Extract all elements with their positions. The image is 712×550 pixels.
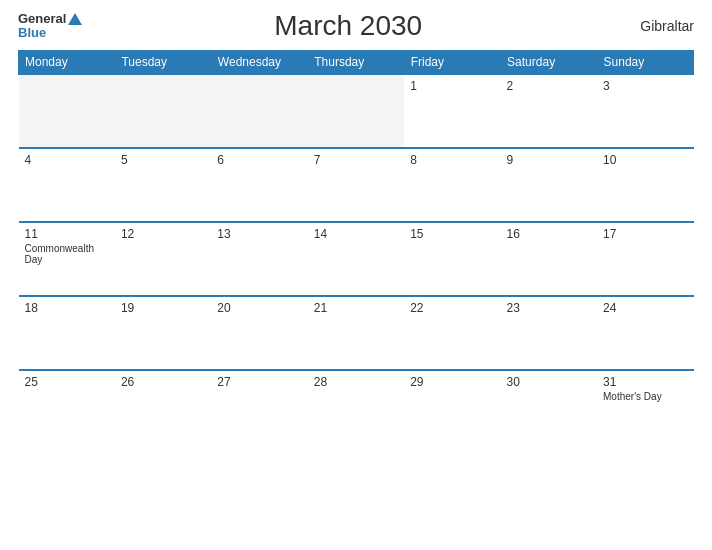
days-of-week-row: Monday Tuesday Wednesday Thursday Friday… xyxy=(19,51,694,75)
day-cell: 25 xyxy=(19,370,115,444)
day-number: 6 xyxy=(217,153,301,167)
day-number: 21 xyxy=(314,301,398,315)
day-cell: 13 xyxy=(211,222,307,296)
header: General Blue March 2030 Gibraltar xyxy=(18,10,694,42)
day-cell: 29 xyxy=(404,370,500,444)
day-number: 26 xyxy=(121,375,205,389)
day-number: 28 xyxy=(314,375,398,389)
day-number: 27 xyxy=(217,375,301,389)
week-row-2: 45678910 xyxy=(19,148,694,222)
col-friday: Friday xyxy=(404,51,500,75)
week-row-4: 18192021222324 xyxy=(19,296,694,370)
day-cell: 4 xyxy=(19,148,115,222)
logo-general-text: General xyxy=(18,12,66,26)
calendar-table: Monday Tuesday Wednesday Thursday Friday… xyxy=(18,50,694,444)
day-cell: 14 xyxy=(308,222,404,296)
day-cell: 17 xyxy=(597,222,693,296)
day-number: 10 xyxy=(603,153,687,167)
week-row-5: 25262728293031Mother's Day xyxy=(19,370,694,444)
day-number: 16 xyxy=(507,227,591,241)
calendar-page: General Blue March 2030 Gibraltar Monday… xyxy=(0,0,712,550)
day-cell: 19 xyxy=(115,296,211,370)
day-number: 31 xyxy=(603,375,687,389)
col-sunday: Sunday xyxy=(597,51,693,75)
day-cell xyxy=(115,74,211,148)
day-event: Commonwealth Day xyxy=(25,243,109,265)
col-thursday: Thursday xyxy=(308,51,404,75)
day-number: 7 xyxy=(314,153,398,167)
day-cell xyxy=(19,74,115,148)
day-cell: 16 xyxy=(501,222,597,296)
day-number: 29 xyxy=(410,375,494,389)
day-number: 17 xyxy=(603,227,687,241)
day-cell: 12 xyxy=(115,222,211,296)
day-number: 15 xyxy=(410,227,494,241)
day-number: 20 xyxy=(217,301,301,315)
calendar-header: Monday Tuesday Wednesday Thursday Friday… xyxy=(19,51,694,75)
calendar-body: 1234567891011Commonwealth Day12131415161… xyxy=(19,74,694,444)
day-number: 8 xyxy=(410,153,494,167)
day-cell xyxy=(211,74,307,148)
week-row-1: 123 xyxy=(19,74,694,148)
logo-blue-text: Blue xyxy=(18,26,82,40)
day-number: 11 xyxy=(25,227,109,241)
day-cell: 27 xyxy=(211,370,307,444)
day-number: 13 xyxy=(217,227,301,241)
day-cell: 6 xyxy=(211,148,307,222)
day-number: 1 xyxy=(410,79,494,93)
day-cell: 20 xyxy=(211,296,307,370)
day-cell: 8 xyxy=(404,148,500,222)
day-number: 5 xyxy=(121,153,205,167)
day-number: 3 xyxy=(603,79,687,93)
day-number: 30 xyxy=(507,375,591,389)
day-number: 25 xyxy=(25,375,109,389)
logo: General Blue xyxy=(18,12,82,41)
col-saturday: Saturday xyxy=(501,51,597,75)
day-cell: 11Commonwealth Day xyxy=(19,222,115,296)
day-number: 18 xyxy=(25,301,109,315)
day-cell: 30 xyxy=(501,370,597,444)
week-row-3: 11Commonwealth Day121314151617 xyxy=(19,222,694,296)
day-number: 14 xyxy=(314,227,398,241)
calendar-title: March 2030 xyxy=(82,10,614,42)
day-event: Mother's Day xyxy=(603,391,687,402)
day-cell: 9 xyxy=(501,148,597,222)
day-number: 24 xyxy=(603,301,687,315)
day-cell: 21 xyxy=(308,296,404,370)
day-number: 19 xyxy=(121,301,205,315)
day-cell: 5 xyxy=(115,148,211,222)
day-cell: 23 xyxy=(501,296,597,370)
day-cell: 7 xyxy=(308,148,404,222)
col-monday: Monday xyxy=(19,51,115,75)
day-cell: 24 xyxy=(597,296,693,370)
day-number: 4 xyxy=(25,153,109,167)
day-cell: 26 xyxy=(115,370,211,444)
day-cell: 28 xyxy=(308,370,404,444)
day-number: 2 xyxy=(507,79,591,93)
col-tuesday: Tuesday xyxy=(115,51,211,75)
day-cell: 18 xyxy=(19,296,115,370)
day-number: 22 xyxy=(410,301,494,315)
col-wednesday: Wednesday xyxy=(211,51,307,75)
day-cell: 3 xyxy=(597,74,693,148)
day-cell: 31Mother's Day xyxy=(597,370,693,444)
day-cell xyxy=(308,74,404,148)
day-cell: 1 xyxy=(404,74,500,148)
day-cell: 15 xyxy=(404,222,500,296)
day-cell: 2 xyxy=(501,74,597,148)
day-number: 23 xyxy=(507,301,591,315)
day-cell: 10 xyxy=(597,148,693,222)
logo-triangle-icon xyxy=(68,13,82,25)
day-cell: 22 xyxy=(404,296,500,370)
day-number: 12 xyxy=(121,227,205,241)
day-number: 9 xyxy=(507,153,591,167)
region-label: Gibraltar xyxy=(614,18,694,34)
